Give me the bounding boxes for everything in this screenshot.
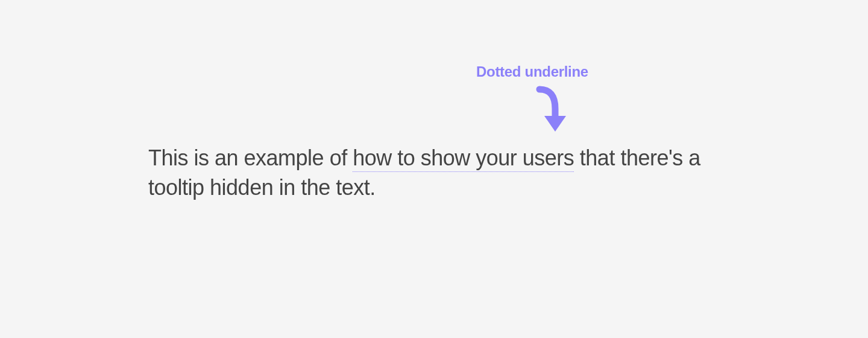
tooltip-trigger-text[interactable]: how to show your users <box>353 145 574 172</box>
example-paragraph: This is an example of how to show your u… <box>148 144 721 202</box>
text-before: This is an example of <box>148 145 353 170</box>
annotation-label: Dotted underline <box>476 63 588 80</box>
arrow-icon <box>532 84 568 139</box>
